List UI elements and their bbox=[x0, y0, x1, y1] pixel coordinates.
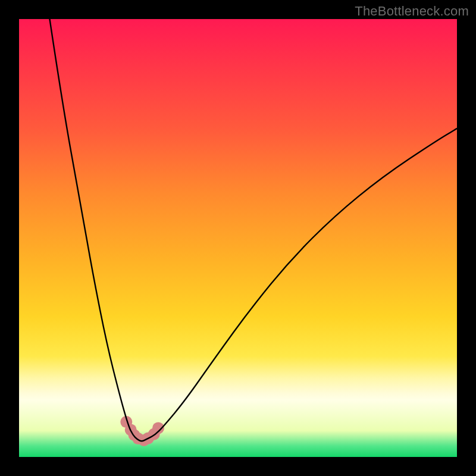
watermark-text: TheBottleneck.com bbox=[355, 4, 469, 19]
curve-svg bbox=[19, 19, 457, 457]
plot-area bbox=[19, 19, 457, 457]
bottleneck-curve bbox=[50, 19, 458, 441]
chart-frame: TheBottleneck.com bbox=[0, 0, 476, 476]
